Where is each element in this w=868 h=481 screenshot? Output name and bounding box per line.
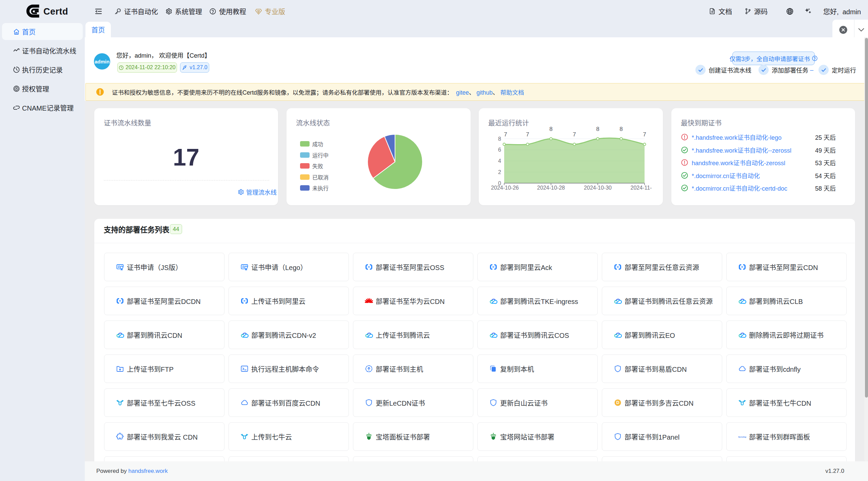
svg-text:2024-10-30: 2024-10-30: [584, 185, 612, 191]
svg-text:4: 4: [498, 158, 501, 164]
svg-text:8: 8: [619, 126, 623, 132]
svg-text:2024-11-: 2024-11-: [631, 185, 652, 191]
svg-text:2024-10-26: 2024-10-26: [491, 185, 519, 191]
svg-text:8: 8: [596, 126, 599, 132]
svg-text:8: 8: [549, 126, 552, 132]
svg-text:7: 7: [573, 131, 576, 138]
svg-text:7: 7: [643, 131, 646, 138]
svg-text:6: 6: [498, 147, 501, 153]
svg-text:7: 7: [504, 131, 507, 138]
svg-text:2: 2: [498, 169, 501, 175]
svg-text:7: 7: [526, 131, 529, 138]
svg-text:8: 8: [498, 136, 501, 142]
svg-text:2024-10-28: 2024-10-28: [537, 185, 565, 191]
